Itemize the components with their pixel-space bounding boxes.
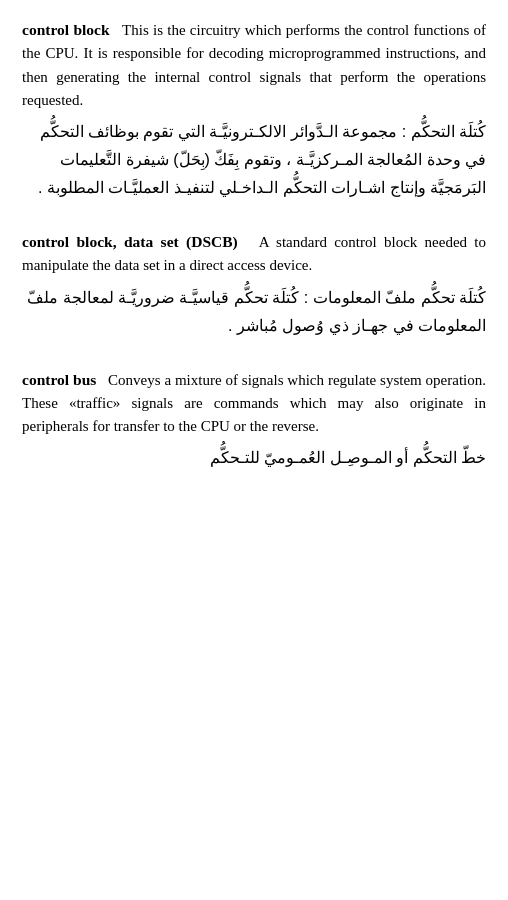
entry-dscb-text: control block, data set (DSCB) A standar… [22,230,486,278]
entry-control-bus-text: control bus Conveys a mixture of signals… [22,368,486,439]
divider-2 [22,358,486,368]
entry-dscb-title: control block, data set (DSCB) [22,233,238,250]
entry-control-block-arabic: كُتلَة التحكُّم : مجموعة الـدَّوائر الال… [22,118,486,202]
entry-control-block-title: control block [22,21,110,38]
entry-control-bus-title: control bus [22,371,96,388]
divider-1 [22,220,486,230]
entry-control-block-dscb: control block, data set (DSCB) A standar… [22,230,486,340]
entry-control-bus-arabic: خطّ التحكُّم أو المـوصِـل العُمـوميّ للت… [22,444,486,472]
entry-control-bus: control bus Conveys a mixture of signals… [22,368,486,473]
page-content: control block This is the circuitry whic… [22,18,486,472]
entry-dscb-arabic: كُتلَة تحكُّم ملفّ المعلومات : كُتلَة تح… [22,284,486,340]
entry-control-block-text: control block This is the circuitry whic… [22,18,486,112]
entry-control-block: control block This is the circuitry whic… [22,18,486,202]
